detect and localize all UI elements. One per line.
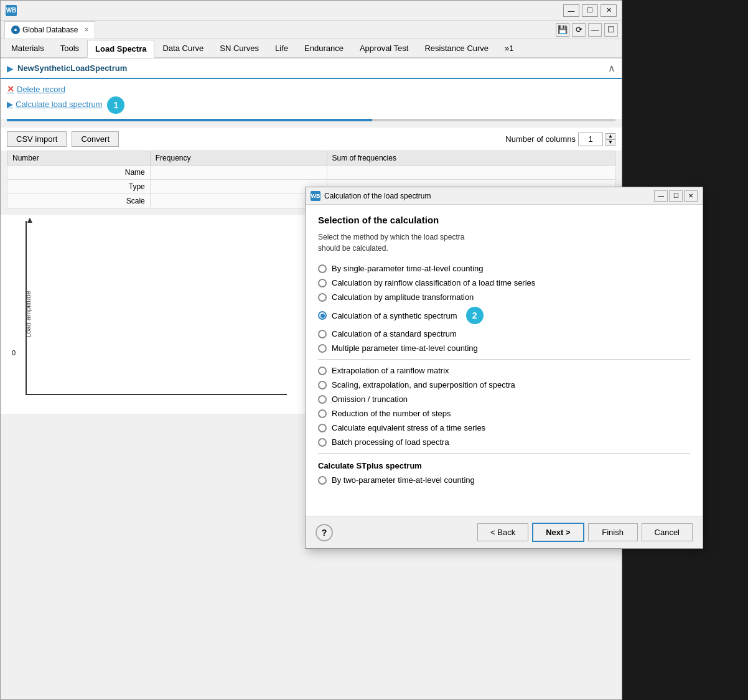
radio-item-12[interactable]: Batch processing of load spectra [318, 437, 690, 447]
row-name-sum [327, 166, 615, 180]
dialog-title-bar: WB Calculation of the load spectrum — ☐ … [306, 187, 703, 205]
radio-item-6[interactable]: Multiple parameter time-at-level countin… [318, 343, 690, 353]
radio-group-3: By two-parameter time-at-level counting [318, 475, 690, 485]
chart-canvas: ▲ 0 [26, 221, 287, 395]
delete-record-link[interactable]: ✕ Delete record [7, 84, 615, 94]
tab-load-spectra[interactable]: Load Spectra [87, 40, 154, 58]
db-icon: ● [11, 26, 20, 34]
y-axis-arrow: ▲ [26, 215, 34, 225]
radio-8[interactable] [318, 381, 327, 390]
expand-icon[interactable]: ☐ [604, 23, 618, 37]
scroll-up-icon[interactable]: ∧ [608, 62, 615, 74]
tab-tools[interactable]: Tools [52, 39, 87, 57]
col-number: Number [7, 151, 151, 166]
radio-item-4[interactable]: Calculation of a synthetic spectrum 2 [318, 307, 690, 324]
radio-13[interactable] [318, 476, 327, 485]
spin-down-button[interactable]: ▼ [605, 139, 615, 146]
tab-endurance[interactable]: Endurance [296, 39, 352, 57]
tab-life[interactable]: Life [267, 39, 296, 57]
help-button[interactable]: ? [316, 524, 333, 541]
close-button[interactable]: ✕ [601, 4, 617, 17]
app-icon: WB [6, 5, 17, 16]
radio-4[interactable] [318, 311, 327, 320]
tab-sn-curves[interactable]: SN Curves [212, 39, 267, 57]
calculation-dialog: WB Calculation of the load spectrum — ☐ … [305, 187, 703, 549]
title-bar-buttons: — ☐ ✕ [563, 4, 617, 17]
row-type-freq [150, 180, 327, 194]
dialog-title-left: WB Calculation of the load spectrum [311, 191, 431, 201]
tab-save-icons: 💾 ⟳ — ☐ [556, 23, 618, 37]
radio-6[interactable] [318, 344, 327, 353]
cancel-button[interactable]: Cancel [642, 523, 693, 541]
radio-item-5[interactable]: Calculation of a standard spectrum [318, 329, 690, 338]
radio-2[interactable] [318, 279, 327, 287]
radio-item-9[interactable]: Omission / truncation [318, 394, 690, 404]
dialog-minimize-button[interactable]: — [654, 190, 668, 202]
global-database-tab[interactable]: ● Global Database × [4, 21, 95, 39]
radio-1[interactable] [318, 264, 327, 273]
radio-7[interactable] [318, 366, 327, 375]
minimize-icon[interactable]: — [588, 23, 602, 37]
table-row: Name [7, 166, 615, 180]
tab-resistance-curve[interactable]: Resistance Curve [416, 39, 497, 57]
radio-9[interactable] [318, 395, 327, 404]
dialog-icon: WB [311, 191, 320, 201]
back-button[interactable]: < Back [477, 523, 528, 541]
dialog-title-buttons: — ☐ ✕ [654, 190, 698, 202]
radio-item-7[interactable]: Extrapolation of a rainflow matrix [318, 366, 690, 375]
radio-5[interactable] [318, 330, 327, 338]
record-expand-icon[interactable]: ▶ [7, 63, 14, 73]
spin-up-button[interactable]: ▲ [605, 133, 615, 139]
row-name-freq [150, 166, 327, 180]
calculate-link[interactable]: ▶ Calculate load spectrum [7, 100, 102, 109]
action-links: ✕ Delete record ▶ Calculate load spectru… [1, 79, 622, 119]
radio-item-3[interactable]: Calculation by amplitude transformation [318, 292, 690, 302]
num-columns-input[interactable] [578, 133, 603, 146]
dialog-close-button[interactable]: ✕ [684, 190, 698, 202]
tab-more[interactable]: »1 [497, 39, 521, 57]
divider-1 [318, 359, 690, 360]
dialog-description: Select the method by which the load spec… [318, 231, 690, 254]
dialog-title: Calculation of the load spectrum [324, 192, 431, 200]
csv-import-button[interactable]: CSV import [7, 131, 67, 147]
minimize-button[interactable]: — [563, 4, 579, 17]
radio-3[interactable] [318, 293, 327, 302]
row-scale-freq [150, 194, 327, 208]
close-tab-icon[interactable]: × [84, 26, 88, 34]
maximize-button[interactable]: ☐ [582, 4, 598, 17]
next-button[interactable]: Next > [532, 523, 584, 542]
main-tabs: Materials Tools Load Spectra Data Curve … [1, 39, 622, 58]
save-icon[interactable]: 💾 [556, 23, 569, 37]
refresh-icon[interactable]: ⟳ [572, 23, 586, 37]
col-frequency: Frequency [150, 151, 327, 166]
radio-12[interactable] [318, 438, 327, 447]
radio-item-11[interactable]: Calculate equivalent stress of a time se… [318, 423, 690, 432]
dialog-footer: ? < Back Next > Finish Cancel [306, 516, 703, 548]
secondary-tab-bar: ● Global Database × 💾 ⟳ — ☐ [1, 21, 622, 39]
radio-item-13[interactable]: By two-parameter time-at-level counting [318, 475, 690, 485]
radio-group-2: Extrapolation of a rainflow matrix Scali… [318, 366, 690, 447]
radio-11[interactable] [318, 424, 327, 432]
radio-10[interactable] [318, 409, 327, 418]
dialog-section-title: Selection of the calculation [318, 215, 690, 225]
dialog-body: Selection of the calculation Select the … [306, 205, 703, 516]
title-bar-left: WB [6, 5, 17, 16]
radio-item-8[interactable]: Scaling, extrapolation, and superpositio… [318, 380, 690, 390]
record-title: NewSyntheticLoadSpectrum [17, 63, 127, 73]
row-name-label: Name [7, 166, 151, 180]
finish-button[interactable]: Finish [588, 523, 638, 541]
badge-1: 1 [107, 96, 124, 114]
divider-2 [318, 453, 690, 454]
radio-item-2[interactable]: Calculation by rainflow classification o… [318, 278, 690, 287]
convert-button[interactable]: Convert [72, 131, 119, 147]
tab-data-curve[interactable]: Data Curve [154, 39, 212, 57]
title-bar: WB — ☐ ✕ [1, 1, 622, 21]
delete-icon: ✕ [7, 84, 14, 94]
step-indicator [7, 119, 615, 121]
radio-group-1: By single-parameter time-at-level counti… [318, 264, 690, 353]
dialog-maximize-button[interactable]: ☐ [669, 190, 683, 202]
radio-item-1[interactable]: By single-parameter time-at-level counti… [318, 264, 690, 273]
radio-item-10[interactable]: Reduction of the number of steps [318, 409, 690, 418]
tab-approval-test[interactable]: Approval Test [352, 39, 417, 57]
tab-materials[interactable]: Materials [3, 39, 52, 57]
